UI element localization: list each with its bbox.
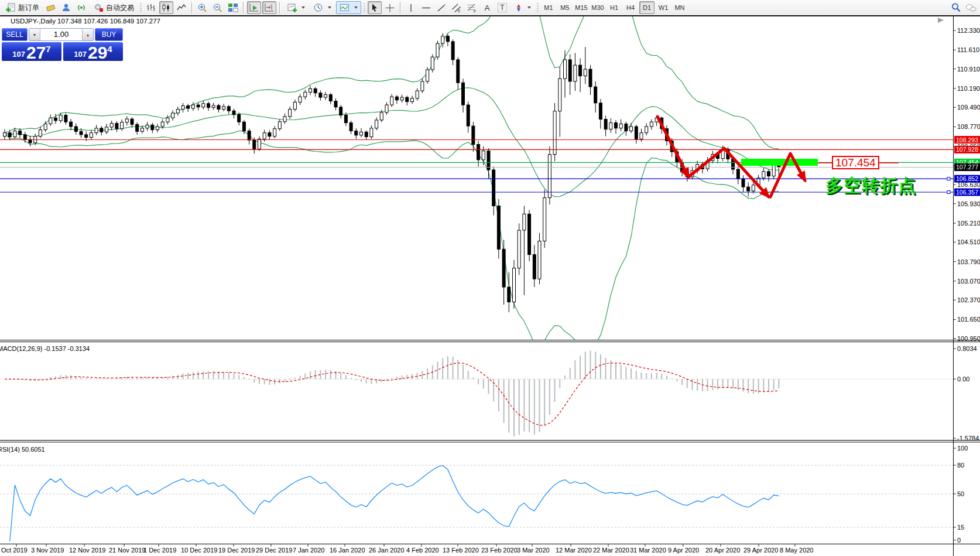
support-zone-rect[interactable] — [741, 159, 818, 166]
timeframe-m15-button[interactable]: M15 — [574, 1, 589, 14]
text-tool-button[interactable]: A — [480, 1, 494, 14]
zoom-out-button[interactable] — [211, 1, 225, 14]
periods-button[interactable] — [310, 1, 335, 14]
rsi-line — [10, 465, 779, 541]
candle-body — [742, 179, 745, 187]
signals-button[interactable] — [74, 1, 88, 14]
x-axis-date-label: 20 Apr 2020 — [705, 547, 740, 554]
zigzag-segment — [657, 117, 688, 177]
candle-body — [207, 104, 210, 108]
search-button[interactable] — [949, 1, 963, 14]
candle-body — [574, 65, 577, 81]
fibonacci-tool-button[interactable]: F — [465, 1, 479, 14]
candle-body — [273, 129, 276, 137]
hline-handle[interactable] — [947, 191, 950, 194]
horizontal-line-tool-button[interactable] — [419, 1, 433, 14]
arrows-tool-button[interactable] — [510, 1, 534, 14]
candle-body — [242, 122, 245, 131]
candle-body — [370, 128, 373, 137]
tile-windows-button[interactable] — [226, 1, 240, 14]
tile-windows-icon — [228, 3, 238, 12]
candle-body — [635, 127, 638, 139]
macd-signal-line — [5, 363, 779, 425]
toolbar-drag-handle[interactable] — [537, 3, 539, 12]
timeframe-m1-button[interactable]: M1 — [541, 1, 556, 14]
auto-trading-button[interactable]: 自动交易 — [90, 1, 138, 14]
chart-canvas[interactable]: 112.330111.610110.910110.190109.490108.7… — [0, 0, 980, 556]
community-button[interactable] — [59, 1, 73, 14]
new-chart-button[interactable] — [283, 1, 309, 14]
price-badge-label: 107.928 — [956, 146, 978, 153]
crosshair-tool-button[interactable] — [383, 1, 397, 14]
volume-input[interactable]: 1.00 — [40, 29, 82, 40]
candle-body — [752, 185, 755, 191]
candle-body — [95, 128, 98, 133]
candle-body — [564, 60, 567, 79]
time-axis: Oct 20193 Nov 201912 Nov 201921 Nov 2019… — [1, 544, 813, 554]
volume-decrease-button[interactable]: ▼ — [29, 29, 40, 40]
zoom-in-button[interactable] — [196, 1, 210, 14]
timeframe-mn-button[interactable]: MN — [672, 1, 687, 14]
price-callout[interactable]: 107.454 — [832, 156, 879, 169]
volume-increase-button[interactable]: ▲ — [82, 29, 93, 40]
text-label-tool-button[interactable]: T — [495, 1, 509, 14]
candle-body — [467, 105, 470, 126]
toolbar-drag-handle[interactable] — [364, 3, 365, 12]
zigzag-annotation[interactable] — [657, 117, 805, 197]
price-tick-label: 104.510 — [957, 238, 980, 245]
trendline-tool-button[interactable] — [434, 1, 448, 14]
indicators-button[interactable] — [336, 1, 361, 14]
candle-body — [604, 120, 607, 129]
candlestick-chart-button[interactable] — [159, 1, 173, 14]
auto-scroll-button[interactable] — [247, 1, 261, 14]
bid-price-box[interactable]: 107 27 7 — [2, 42, 61, 61]
metaeditor-button[interactable] — [44, 1, 58, 14]
x-axis-date-label: 19 Dec 2019 — [218, 547, 255, 554]
sell-button[interactable]: SELL — [2, 28, 28, 41]
scroll-to-end-marker[interactable] — [938, 18, 944, 23]
candle-body — [100, 128, 103, 132]
timeframe-h1-button[interactable]: H1 — [606, 1, 622, 14]
new-order-button[interactable]: 新订单 — [2, 1, 43, 14]
candle-body — [640, 133, 643, 139]
toolbar-drag-handle[interactable] — [140, 3, 142, 12]
candle-body — [268, 133, 271, 137]
candle-body — [105, 127, 108, 132]
candle-body — [172, 113, 174, 118]
rsi-level-label: 100 — [957, 445, 968, 452]
candle-body — [772, 165, 775, 176]
chart-shift-icon — [264, 3, 275, 12]
candle-body — [492, 170, 495, 206]
x-axis-date-label: 4 Feb 2020 — [406, 547, 439, 554]
timeframe-m5-button[interactable]: M5 — [557, 1, 573, 14]
chat-button[interactable] — [964, 1, 978, 14]
cursor-tool-button[interactable] — [368, 1, 382, 14]
price-tick-label: 103.790 — [957, 258, 980, 265]
ask-price-box[interactable]: 107 29 4 — [63, 42, 123, 61]
x-axis-date-label: 8 May 2020 — [780, 547, 813, 554]
annotation-note-text[interactable]: 多空转折点 — [825, 174, 916, 198]
bid-price-prefix: 107 — [12, 49, 25, 60]
candlestick-icon — [161, 3, 172, 12]
hline-handle[interactable] — [947, 178, 950, 180]
chart-shift-button[interactable] — [262, 1, 276, 14]
line-chart-button[interactable] — [174, 1, 189, 14]
candle-body — [400, 97, 403, 100]
buy-button[interactable]: BUY — [95, 28, 123, 41]
timeframe-d1-button[interactable]: D1 — [639, 1, 655, 14]
toolbar-separator — [191, 2, 193, 13]
svg-text:E: E — [458, 9, 461, 13]
bid-price-sup: 7 — [46, 43, 50, 53]
timeframe-h4-button[interactable]: H4 — [623, 1, 638, 14]
candle-body — [762, 172, 765, 178]
vertical-line-tool-button[interactable] — [404, 1, 418, 14]
price-tick-label: 108.770 — [957, 123, 980, 130]
candle-body — [518, 230, 520, 268]
timeframe-w1-button[interactable]: W1 — [656, 1, 671, 14]
bar-chart-button[interactable] — [144, 1, 158, 14]
candle-body — [44, 124, 47, 129]
timeframe-m30-button[interactable]: M30 — [590, 1, 605, 14]
x-axis-date-label: 3 Nov 2019 — [31, 547, 64, 554]
candle-body — [395, 97, 398, 100]
channel-tool-button[interactable]: E — [450, 1, 464, 14]
